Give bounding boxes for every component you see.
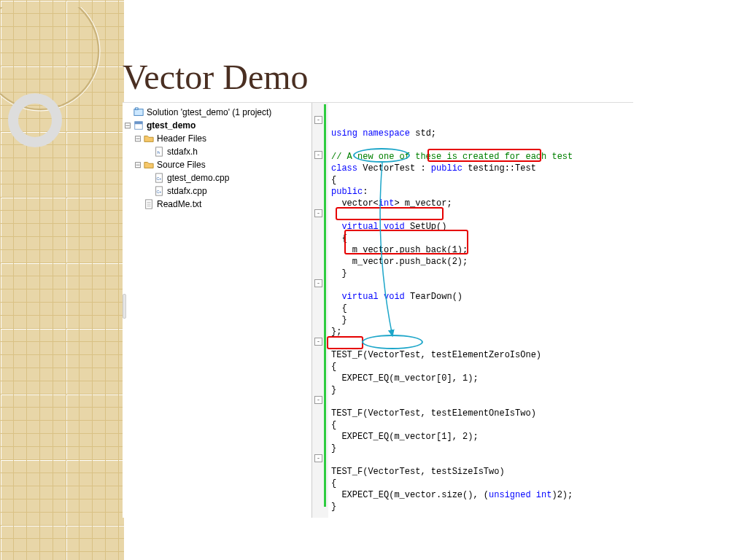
code-line — [331, 338, 336, 349]
code-line — [331, 455, 336, 465]
code-line: } — [331, 315, 347, 325]
project-node[interactable]: ⊟ gtest_demo — [123, 119, 310, 132]
code-line — [331, 397, 336, 407]
file-stdafx-cpp[interactable]: C+ stdafx.cpp — [123, 184, 310, 198]
code-line: }; — [331, 327, 341, 337]
folder-label: Header Files — [157, 133, 206, 144]
solution-label: Solution 'gtest_demo' (1 project) — [147, 107, 271, 117]
code-line: EXPECT_EQ(m_vector[0], 1); — [331, 373, 479, 384]
file-label: gtest_demo.cpp — [167, 173, 229, 183]
code-line — [331, 140, 336, 150]
code-line: { — [331, 478, 336, 489]
code-line: TEST_F(VectorTest, testSizeIsTwo) — [331, 467, 505, 477]
svg-text:C+: C+ — [157, 176, 162, 181]
file-label: stdafx.h — [167, 147, 198, 157]
file-readme[interactable]: ReadMe.txt — [123, 198, 310, 211]
code-line: { — [331, 175, 336, 185]
fold-toggle[interactable]: - — [314, 151, 322, 159]
text-file-icon — [143, 198, 155, 210]
annotation-oval-vectortest-usage — [362, 335, 423, 349]
folder-source-files[interactable]: ⊟ Source Files — [123, 158, 310, 171]
code-line: } — [331, 502, 336, 512]
code-line — [331, 280, 336, 290]
code-line: EXPECT_EQ(m_vector.size(), (unsigned int… — [331, 490, 573, 500]
svg-point-1 — [0, 7, 100, 111]
cpp-file-icon: C+ — [153, 185, 165, 197]
svg-point-2 — [13, 98, 57, 142]
code-line: using namespace std; — [331, 128, 436, 139]
code-line: TEST_F(VectorTest, testElementZeroIsOne) — [331, 350, 541, 360]
svg-text:h: h — [157, 149, 159, 155]
code-area[interactable]: using namespace std; // A new one of the… — [328, 103, 633, 518]
file-label: stdafx.cpp — [167, 186, 207, 196]
cpp-file-icon: C+ — [153, 172, 165, 184]
code-line: EXPECT_EQ(m_vector[1], 2); — [331, 432, 479, 442]
folder-icon — [143, 133, 155, 144]
slide-title: Vector Demo — [123, 57, 309, 97]
fold-toggle[interactable]: - — [314, 209, 322, 217]
folder-header-files[interactable]: ⊟ Header Files — [123, 132, 310, 145]
code-line: } — [331, 385, 336, 395]
code-line — [331, 210, 336, 220]
code-line: m_vector.push_back(1); — [331, 245, 468, 255]
slide-decorative-circles — [0, 7, 124, 168]
code-editor[interactable]: - - - - - - - using namespace std; // A … — [312, 103, 633, 518]
file-gtest-demo-cpp[interactable]: C+ gtest_demo.cpp — [123, 171, 310, 184]
project-icon — [133, 120, 144, 131]
code-line: virtual void SetUp() — [331, 222, 446, 232]
fold-toggle[interactable]: - — [314, 116, 322, 124]
editor-gutter: - - - - - - - — [312, 103, 328, 518]
solution-tree[interactable]: Solution 'gtest_demo' (1 project) ⊟ gtes… — [123, 106, 310, 211]
code-line: { — [331, 303, 347, 314]
fold-toggle[interactable]: - — [314, 454, 322, 462]
code-line: } — [331, 268, 347, 279]
svg-rect-4 — [136, 108, 139, 110]
folder-icon — [143, 159, 155, 171]
code-line: } — [331, 443, 336, 454]
code-line: m_vector.push_back(2); — [331, 257, 468, 267]
folder-label: Source Files — [157, 160, 206, 170]
svg-text:C+: C+ — [157, 190, 162, 194]
code-line: virtual void TearDown() — [331, 292, 462, 302]
solution-icon — [133, 106, 144, 118]
fold-toggle[interactable]: - — [314, 396, 322, 404]
code-line — [331, 117, 336, 127]
solution-explorer: Solution 'gtest_demo' (1 project) ⊟ gtes… — [123, 103, 312, 518]
svg-point-0 — [0, 7, 98, 109]
annotation-box-setup-decl — [336, 207, 444, 220]
code-line: class VectorTest : public testing::Test — [331, 163, 536, 174]
code-line: { — [331, 420, 336, 430]
code-line: public: — [331, 187, 368, 197]
code-line: vector<int> m_vector; — [331, 198, 452, 209]
code-line: // A new one of these is created for eac… — [331, 152, 573, 162]
project-label: gtest_demo — [147, 120, 196, 131]
code-line: TEST_F(VectorTest, testElementOneIsTwo) — [331, 408, 536, 419]
ide-screenshot: Solution 'gtest_demo' (1 project) ⊟ gtes… — [123, 102, 633, 518]
solution-root[interactable]: Solution 'gtest_demo' (1 project) — [123, 106, 310, 119]
file-stdafx-h[interactable]: h stdafx.h — [123, 145, 310, 158]
code-line: { — [331, 362, 336, 372]
code-line: { — [331, 233, 347, 244]
splitter-handle[interactable] — [123, 294, 126, 319]
svg-rect-6 — [135, 122, 143, 125]
header-file-icon: h — [153, 146, 165, 158]
fold-toggle[interactable]: - — [314, 279, 322, 287]
fold-toggle[interactable]: - — [314, 338, 322, 346]
file-label: ReadMe.txt — [157, 199, 201, 209]
